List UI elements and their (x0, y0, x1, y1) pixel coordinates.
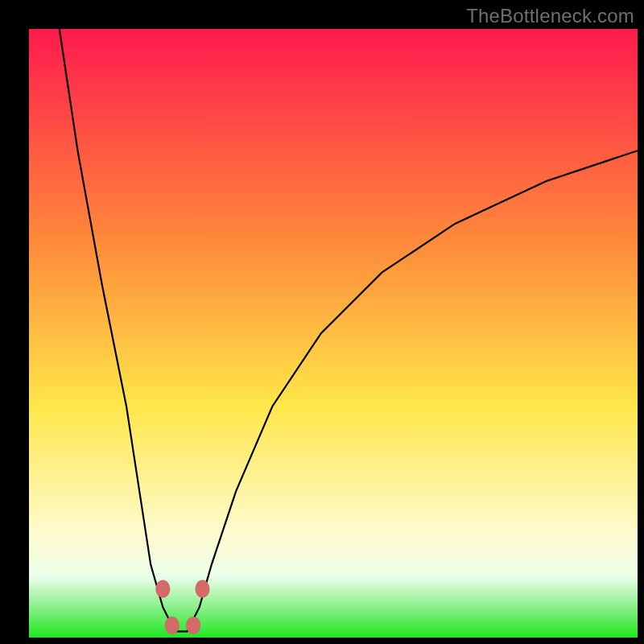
right-upper-dot (196, 580, 210, 598)
right-lower-dot (186, 617, 200, 634)
bottleneck-curve (29, 29, 638, 638)
chart-frame: TheBottleneck.com (0, 0, 644, 644)
watermark-label: TheBottleneck.com (466, 5, 634, 27)
left-lower-dot (165, 617, 180, 634)
plot-area (29, 29, 638, 638)
left-upper-dot (155, 580, 170, 598)
